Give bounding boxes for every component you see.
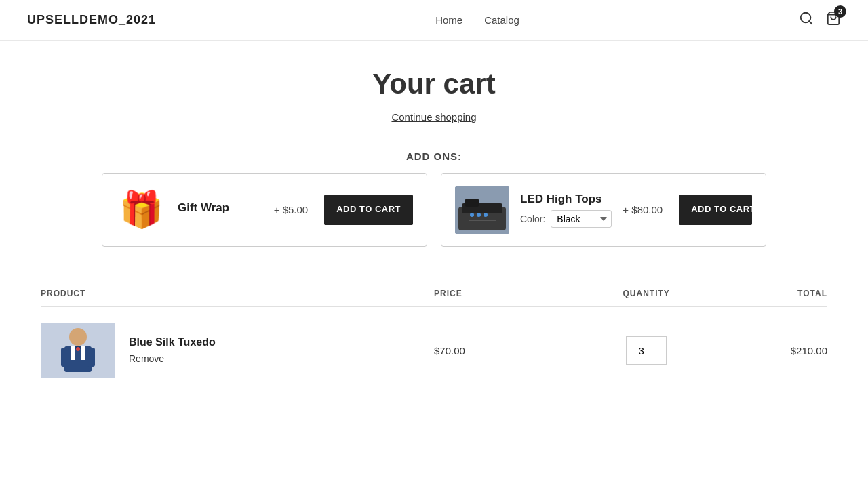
- addon-info-led-high-tops: LED High Tops Color: Black White Red Blu…: [520, 192, 612, 228]
- cart-table-header: PRODUCT PRICE QUANTITY TOTAL: [41, 281, 827, 307]
- addon-price-gift-wrap: + $5.00: [274, 204, 308, 216]
- product-image: [41, 323, 115, 378]
- product-name: Blue Silk Tuxedo: [129, 336, 216, 348]
- continue-shopping-link[interactable]: Continue shopping: [41, 111, 827, 123]
- main-content: Your cart Continue shopping ADD ONS: 🎁 G…: [27, 41, 841, 422]
- color-select[interactable]: Black White Red Blue: [551, 210, 612, 228]
- continue-shopping-anchor[interactable]: Continue shopping: [391, 111, 476, 123]
- addon-info-gift-wrap: Gift Wrap: [178, 201, 263, 219]
- product-details: Blue Silk Tuxedo Remove: [129, 336, 216, 365]
- cart-table-body: Blue Silk Tuxedo Remove $70.00 $210.00: [41, 307, 827, 394]
- svg-point-8: [477, 213, 481, 217]
- col-product: PRODUCT: [41, 281, 434, 307]
- product-cell-inner: Blue Silk Tuxedo Remove: [41, 323, 434, 378]
- header-icons: 3: [799, 11, 841, 29]
- quantity-cell: [576, 307, 717, 394]
- remove-button[interactable]: Remove: [129, 353, 164, 364]
- site-logo[interactable]: UPSELLDEMO_2021: [27, 13, 156, 27]
- svg-rect-16: [61, 348, 69, 367]
- color-label: Color:: [520, 214, 545, 224]
- svg-point-7: [470, 213, 474, 217]
- header: UPSELLDEMO_2021 Home Catalog 3: [0, 0, 868, 41]
- addon-name-gift-wrap: Gift Wrap: [178, 201, 263, 215]
- svg-line-1: [809, 21, 812, 24]
- nav-home[interactable]: Home: [435, 14, 462, 26]
- nav-catalog[interactable]: Catalog: [484, 14, 519, 26]
- cart-badge: 3: [834, 5, 846, 18]
- svg-point-9: [484, 213, 488, 217]
- cart-icon[interactable]: 3: [826, 11, 841, 29]
- price-cell: $70.00: [434, 307, 576, 394]
- addon-name-led-high-tops: LED High Tops: [520, 192, 612, 206]
- svg-rect-17: [87, 348, 95, 367]
- addon-card-led-high-tops: LED High Tops Color: Black White Red Blu…: [441, 173, 766, 247]
- addons-grid: 🎁 Gift Wrap + $5.00 ADD TO CART: [41, 173, 827, 247]
- col-price: PRICE: [434, 281, 576, 307]
- search-icon[interactable]: [799, 11, 814, 29]
- page-title: Your cart: [41, 68, 827, 100]
- addon-add-to-cart-gift-wrap[interactable]: ADD TO CART: [324, 195, 413, 225]
- addon-color-row: Color: Black White Red Blue: [520, 210, 612, 228]
- svg-rect-6: [465, 199, 479, 207]
- addon-card-gift-wrap: 🎁 Gift Wrap + $5.00 ADD TO CART: [102, 173, 427, 247]
- product-cell: Blue Silk Tuxedo Remove: [41, 307, 434, 394]
- total-cell: $210.00: [717, 307, 827, 394]
- col-quantity: QUANTITY: [576, 281, 717, 307]
- col-total: TOTAL: [717, 281, 827, 307]
- cart-table: PRODUCT PRICE QUANTITY TOTAL: [41, 281, 827, 394]
- svg-point-18: [76, 347, 80, 351]
- svg-point-11: [69, 328, 87, 346]
- addon-price-led-high-tops: + $80.00: [623, 204, 663, 216]
- addon-add-to-cart-led-high-tops[interactable]: ADD TO CART: [679, 195, 752, 225]
- table-row: Blue Silk Tuxedo Remove $70.00 $210.00: [41, 307, 827, 394]
- main-nav: Home Catalog: [435, 14, 519, 26]
- quantity-input[interactable]: [626, 336, 667, 365]
- addon-image-led-high-tops: [455, 186, 509, 234]
- addons-label: ADD ONS:: [41, 150, 827, 162]
- addon-image-gift-wrap: 🎁: [116, 184, 167, 235]
